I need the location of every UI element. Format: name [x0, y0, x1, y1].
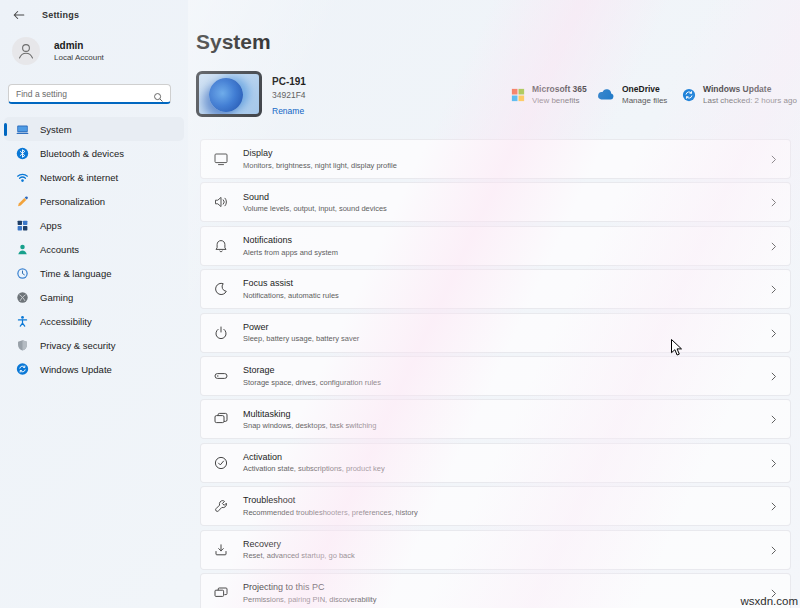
- titlebar: Settings: [12, 8, 79, 22]
- sound-icon: [213, 194, 229, 210]
- wallpaper-bloom: [209, 78, 243, 112]
- sidebar-nav: System Bluetooth & devices Network & int…: [4, 117, 184, 381]
- accounts-icon: [16, 243, 29, 256]
- quicklink-title: Windows Update: [703, 84, 797, 94]
- sidebar-item-time-language[interactable]: Time & language: [4, 261, 184, 285]
- watermark: wsxdn.com: [740, 595, 798, 607]
- row-subtitle: Permissions, pairing PIN, discoverabilit…: [243, 595, 376, 604]
- storage-icon: [213, 368, 229, 384]
- sidebar-item-personalization[interactable]: Personalization: [4, 189, 184, 213]
- settings-window: Settings admin Local Account System Blue…: [0, 0, 800, 608]
- apps-icon: [16, 219, 29, 232]
- row-title: Focus assist: [243, 278, 339, 288]
- row-subtitle: Reset, advanced startup, go back: [243, 551, 355, 560]
- sidebar-item-gaming[interactable]: Gaming: [4, 285, 184, 309]
- chevron-right-icon: [771, 497, 777, 515]
- chevron-right-icon: [771, 280, 777, 298]
- search-icon: [153, 89, 164, 107]
- settings-row-focus-assist[interactable]: Focus assist Notifications, automatic ru…: [200, 269, 791, 309]
- microsoft-365-icon: [511, 88, 525, 102]
- power-icon: [213, 325, 229, 341]
- search-box: [8, 84, 171, 104]
- multitasking-icon: [213, 411, 229, 427]
- avatar: [12, 37, 40, 65]
- row-title: Troubleshoot: [243, 495, 418, 505]
- account-type: Local Account: [54, 53, 104, 62]
- row-title: Recovery: [243, 539, 355, 549]
- account-card[interactable]: admin Local Account: [12, 37, 104, 65]
- back-button[interactable]: [12, 8, 26, 22]
- accessibility-icon: [16, 315, 29, 328]
- row-subtitle: Activation state, subscriptions, product…: [243, 464, 385, 473]
- settings-row-storage[interactable]: Storage Storage space, drives, configura…: [200, 356, 791, 396]
- chevron-right-icon: [771, 410, 777, 428]
- settings-row-multitasking[interactable]: Multitasking Snap windows, desktops, tas…: [200, 399, 791, 439]
- personalization-icon: [16, 195, 29, 208]
- sidebar-item-accounts[interactable]: Accounts: [4, 237, 184, 261]
- row-subtitle: Snap windows, desktops, task switching: [243, 421, 376, 430]
- sidebar-item-windows-update[interactable]: Windows Update: [4, 357, 184, 381]
- settings-row-power[interactable]: Power Sleep, battery usage, battery save…: [200, 313, 791, 353]
- notifications-icon: [213, 238, 229, 254]
- rename-link[interactable]: Rename: [272, 106, 304, 116]
- windows-update-icon: [16, 363, 29, 376]
- device-id: 34921F4: [272, 90, 306, 100]
- sidebar-item-system[interactable]: System: [4, 117, 184, 141]
- row-title: Sound: [243, 192, 387, 202]
- settings-row-sound[interactable]: Sound Volume levels, output, input, soun…: [200, 182, 791, 222]
- system-icon: [16, 123, 29, 136]
- settings-row-recovery[interactable]: Recovery Reset, advanced startup, go bac…: [200, 530, 791, 570]
- sidebar-item-label: Personalization: [40, 196, 105, 207]
- network-icon: [16, 171, 29, 184]
- time-language-icon: [16, 267, 29, 280]
- chevron-right-icon: [771, 367, 777, 385]
- settings-row-activation[interactable]: Activation Activation state, subscriptio…: [200, 443, 791, 483]
- account-name: admin: [54, 40, 104, 51]
- chevron-right-icon: [771, 150, 777, 168]
- sidebar-item-label: Accounts: [40, 244, 79, 255]
- quicklink-windows-update[interactable]: Windows Update Last checked: 2 hours ago: [682, 84, 797, 105]
- sidebar-item-label: Apps: [40, 220, 62, 231]
- chevron-right-icon: [771, 541, 777, 559]
- sidebar-item-label: System: [40, 124, 72, 135]
- sidebar-item-privacy-security[interactable]: Privacy & security: [4, 333, 184, 357]
- row-title: Power: [243, 322, 359, 332]
- row-subtitle: Volume levels, output, input, sound devi…: [243, 204, 387, 213]
- sidebar-item-label: Time & language: [40, 268, 111, 279]
- bluetooth-icon: [16, 147, 29, 160]
- quicklink-microsoft-365[interactable]: Microsoft 365 View benefits: [511, 84, 587, 105]
- sidebar-item-network-internet[interactable]: Network & internet: [4, 165, 184, 189]
- windows-update-icon: [682, 88, 696, 102]
- sidebar-item-accessibility[interactable]: Accessibility: [4, 309, 184, 333]
- row-title: Activation: [243, 452, 385, 462]
- chevron-right-icon: [771, 454, 777, 472]
- row-subtitle: Storage space, drives, configuration rul…: [243, 378, 381, 387]
- chevron-right-icon: [771, 324, 777, 342]
- settings-row-display[interactable]: Display Monitors, brightness, night ligh…: [200, 139, 791, 179]
- settings-row-troubleshoot[interactable]: Troubleshoot Recommended troubleshooters…: [200, 486, 791, 526]
- settings-row-projecting[interactable]: Projecting to this PC Permissions, pairi…: [200, 573, 791, 608]
- sidebar-item-label: Privacy & security: [40, 340, 116, 351]
- quicklink-onedrive[interactable]: OneDrive Manage files: [596, 84, 667, 105]
- device-name: PC-191: [272, 76, 306, 87]
- row-title: Storage: [243, 365, 381, 375]
- sidebar-item-bluetooth-devices[interactable]: Bluetooth & devices: [4, 141, 184, 165]
- projecting-icon: [213, 585, 229, 601]
- quicklink-subtitle: View benefits: [532, 96, 587, 105]
- device-info: PC-191 34921F4 Rename: [272, 76, 306, 118]
- window-title: Settings: [42, 10, 79, 20]
- gaming-icon: [16, 291, 29, 304]
- row-title: Projecting to this PC: [243, 582, 376, 592]
- settings-row-notifications[interactable]: Notifications Alerts from apps and syste…: [200, 226, 791, 266]
- sidebar-item-apps[interactable]: Apps: [4, 213, 184, 237]
- search-input[interactable]: [9, 85, 170, 102]
- quicklink-title: Microsoft 365: [532, 84, 587, 94]
- quicklink-subtitle: Manage files: [622, 96, 667, 105]
- row-subtitle: Recommended troubleshooters, preferences…: [243, 508, 418, 517]
- sidebar-item-label: Network & internet: [40, 172, 118, 183]
- row-subtitle: Alerts from apps and system: [243, 248, 338, 257]
- row-title: Multitasking: [243, 409, 376, 419]
- settings-list: Display Monitors, brightness, night ligh…: [200, 139, 791, 608]
- recovery-icon: [213, 542, 229, 558]
- privacy-security-icon: [16, 339, 29, 352]
